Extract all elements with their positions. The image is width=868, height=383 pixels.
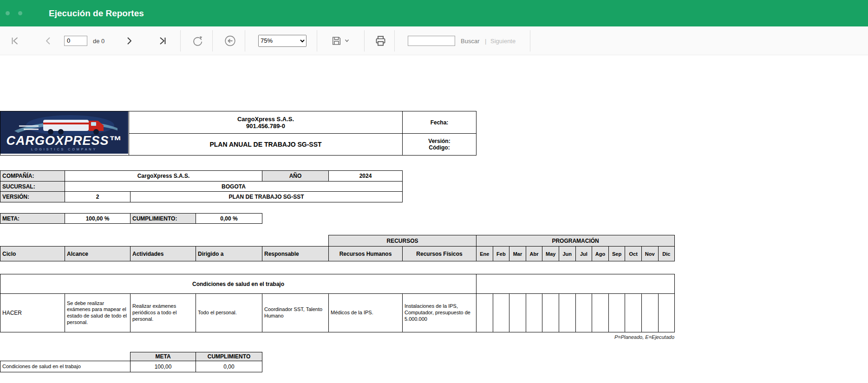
- col-header-dirigido: Dirigido a: [196, 247, 262, 261]
- programacion-group-header: PROGRAMACIÓN: [476, 235, 675, 247]
- summary-meta-value: 100,00: [131, 361, 196, 372]
- recursos-group-header: RECURSOS: [329, 235, 476, 247]
- page-number-input[interactable]: [64, 36, 87, 46]
- summary-cumplimiento-header: CUMPLIMIENTO: [196, 352, 262, 361]
- legend-footnote: P=Planeado, E=Ejecutado: [0, 334, 674, 340]
- col-header-ciclo: Ciclo: [0, 247, 65, 261]
- company-name-cell: CargoXpress S.A.S. 901.456.789-0: [129, 111, 403, 134]
- cell-ciclo: HACER: [0, 294, 65, 332]
- month-header-cell: Sep: [608, 247, 625, 261]
- print-button[interactable]: [374, 34, 387, 47]
- last-page-button[interactable]: [157, 35, 168, 46]
- month-cell: [493, 294, 509, 332]
- fecha-label-cell: Fecha:: [403, 111, 476, 134]
- find-button[interactable]: Buscar: [461, 37, 479, 44]
- company-name: CargoXpress S.A.S.: [131, 116, 400, 123]
- toolbar-divider: [530, 30, 530, 52]
- first-page-button[interactable]: [9, 35, 20, 46]
- previous-page-icon: [43, 35, 54, 46]
- cell-recursos-fisicos: Instalaciones de la IPS, Computador, pre…: [403, 294, 476, 332]
- ano-value: 2024: [329, 171, 403, 182]
- refresh-icon: [191, 34, 204, 47]
- month-cell: [559, 294, 575, 332]
- cumplimiento-label: CUMPLIMIENTO:: [131, 214, 196, 224]
- summary-meta-header: META: [131, 352, 196, 361]
- cell-recursos-humanos: Médicos de la IPS.: [329, 294, 403, 332]
- month-header-cell: Feb: [493, 247, 509, 261]
- page-title: Ejecución de Reportes: [49, 0, 144, 26]
- zoom-select[interactable]: 75%: [258, 35, 307, 47]
- next-page-icon: [124, 35, 135, 46]
- version-label: Versión:: [405, 138, 474, 144]
- chevron-down-icon: [344, 38, 350, 44]
- col-header-alcance: Alcance: [65, 247, 131, 261]
- compania-value: CargoXpress S.A.S.: [65, 171, 262, 182]
- month-header-cell: Oct: [625, 247, 642, 261]
- section-months-empty-cell: [476, 274, 675, 294]
- back-to-parent-button[interactable]: [224, 34, 236, 47]
- first-page-icon: [9, 35, 20, 46]
- header-dot-icon: [6, 11, 10, 15]
- summary-cumplimiento-value: 0,00: [196, 361, 262, 372]
- section-title-cell: Condiciones de salud en el trabajo: [0, 274, 476, 294]
- summary-table: META CUMPLIMIENTO Condiciones de salud e…: [0, 352, 262, 372]
- report-canvas: CARGOXPRESS™ LOGISTICS COMPANY CargoXpre…: [0, 55, 868, 383]
- col-header-recursos-fisicos: Recursos Físicos: [403, 247, 476, 261]
- plan-table-header: RECURSOS PROGRAMACIÓN Ciclo Alcance Acti…: [0, 235, 675, 261]
- export-save-button[interactable]: [331, 35, 350, 46]
- compania-label: COMPAÑÍA:: [0, 171, 65, 182]
- plan-value: PLAN DE TRABAJO SG-SST: [131, 192, 403, 202]
- toolbar-divider: [212, 30, 213, 52]
- report-toolbar: de 0 75: [0, 26, 868, 55]
- page-count-label: de 0: [93, 37, 104, 44]
- table-row: HACER Se debe realizar exámenes para map…: [0, 294, 675, 332]
- refresh-button[interactable]: [191, 34, 204, 47]
- month-header-cell: Dic: [658, 247, 675, 261]
- col-header-recursos-humanos: Recursos Humanos: [329, 247, 403, 261]
- logo-wordmark: CARGOXPRESS™: [6, 134, 122, 148]
- header-spacer: [0, 235, 329, 247]
- toolbar-divider: [364, 30, 365, 52]
- sucursal-value: BOGOTA: [65, 182, 403, 192]
- month-cell: [476, 294, 493, 332]
- print-icon: [374, 34, 387, 47]
- month-cell: [625, 294, 642, 332]
- meta-value: 100,00 %: [65, 214, 131, 224]
- summary-row-label: Condiciones de salud en el trabajo: [0, 361, 131, 372]
- previous-page-button[interactable]: [43, 35, 54, 46]
- month-cell: [641, 294, 658, 332]
- save-icon: [331, 35, 342, 46]
- next-page-button[interactable]: [124, 35, 135, 46]
- month-header-cell: Jul: [575, 247, 592, 261]
- month-cell: [592, 294, 609, 332]
- report-header-table: CARGOXPRESS™ LOGISTICS COMPANY CargoXpre…: [0, 111, 476, 156]
- app-header: Ejecución de Reportes: [0, 0, 868, 26]
- cell-actividades: Realizar exámenes periódicos a todo el p…: [131, 294, 196, 332]
- search-input[interactable]: [408, 36, 455, 46]
- col-header-actividades: Actividades: [131, 247, 196, 261]
- month-cell: [575, 294, 592, 332]
- month-cell: [509, 294, 526, 332]
- find-divider: |: [485, 37, 486, 44]
- month-header-cell: Nov: [641, 247, 658, 261]
- month-header-cell: Jun: [559, 247, 575, 261]
- toolbar-divider: [394, 30, 395, 52]
- cargoxpress-logo-image: CARGOXPRESS™ LOGISTICS COMPANY: [0, 111, 128, 154]
- version-codigo-cell: Versión: Código:: [403, 134, 476, 156]
- meta-strip-table: META: 100,00 % CUMPLIMIENTO: 0,00 %: [0, 213, 262, 224]
- month-cell: [542, 294, 559, 332]
- find-next-button[interactable]: Siguiente: [490, 37, 516, 44]
- month-cell: [526, 294, 542, 332]
- month-cell: [608, 294, 625, 332]
- sucursal-label: SUCURSAL:: [0, 182, 65, 192]
- company-logo: CARGOXPRESS™ LOGISTICS COMPANY: [0, 111, 129, 156]
- month-header-cell: May: [542, 247, 559, 261]
- toolbar-divider: [180, 30, 181, 52]
- cell-alcance: Se debe realizar exámenes para mapear el…: [65, 294, 131, 332]
- toolbar-divider: [317, 30, 317, 52]
- version-info-label: VERSIÓN:: [0, 192, 65, 202]
- cell-responsable: Coordinador SST, Talento Humano: [262, 294, 329, 332]
- month-header-cell: Mar: [509, 247, 526, 261]
- report-viewer-window: Ejecución de Reportes de 0: [0, 0, 868, 383]
- month-cell: [658, 294, 675, 332]
